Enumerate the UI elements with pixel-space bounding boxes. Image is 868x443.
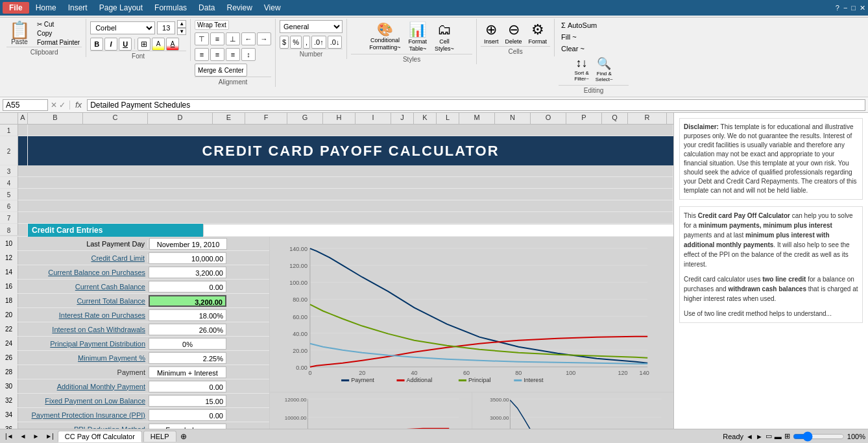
normal-view-btn[interactable]: ▭ xyxy=(766,432,772,440)
col-header-o[interactable]: O xyxy=(531,113,566,124)
cell-styles-button[interactable]: 🗂 CellStyles~ xyxy=(432,20,457,54)
col-header-f[interactable]: F xyxy=(245,113,287,124)
border-color-button[interactable]: ⊞ xyxy=(138,38,151,51)
font-color-button[interactable]: A xyxy=(166,38,179,51)
row-num-4[interactable]: 4 xyxy=(0,177,18,189)
label-cash-balance[interactable]: Current Cash Balance xyxy=(28,283,148,291)
row-num-14[interactable]: 14 xyxy=(0,265,18,279)
row-num-10[interactable]: 10 xyxy=(0,237,18,250)
font-name-select[interactable]: Corbel xyxy=(90,21,155,34)
copy-button[interactable]: Copy xyxy=(35,29,82,38)
format-painter-button[interactable]: Format Painter xyxy=(35,38,82,47)
col-header-b[interactable]: B xyxy=(28,113,83,124)
insert-menu[interactable]: Insert xyxy=(63,2,93,14)
layout-view-btn[interactable]: ▬ xyxy=(775,433,782,440)
value-total-balance[interactable]: 3,200.00 xyxy=(149,295,226,307)
col-header-c[interactable]: C xyxy=(83,113,148,124)
col-header-h[interactable]: H xyxy=(323,113,356,124)
row-num-24[interactable]: 24 xyxy=(0,337,18,350)
page-layout-menu[interactable]: Page Layout xyxy=(94,2,148,14)
percent-button[interactable]: % xyxy=(290,36,302,49)
col-header-j[interactable]: J xyxy=(391,113,414,124)
tab-nav-first[interactable]: |◄ xyxy=(3,433,16,440)
value-balance-purchases[interactable]: 3,200.00 xyxy=(149,267,226,278)
formulas-menu[interactable]: Formulas xyxy=(149,2,192,14)
currency-button[interactable]: $ xyxy=(280,36,289,49)
col-header-m[interactable]: M xyxy=(459,113,495,124)
font-size-decrease[interactable]: ▼ xyxy=(177,28,186,36)
format-button[interactable]: ⚙ Format xyxy=(526,20,550,46)
row-num-28[interactable]: 28 xyxy=(0,365,18,379)
label-ppi[interactable]: Payment Protection Insurance (PPI) xyxy=(28,411,148,419)
page-break-btn[interactable]: ⊞ xyxy=(784,432,790,440)
value-ppi-method[interactable]: From balance xyxy=(149,424,226,429)
wrap-text-button[interactable]: Wrap Text xyxy=(195,20,229,30)
value-additional-payment[interactable]: 0.00 xyxy=(149,381,226,392)
file-menu[interactable]: File xyxy=(3,2,29,14)
help-icon[interactable]: ? xyxy=(836,4,839,12)
value-min-payment[interactable]: 2.25% xyxy=(149,352,226,364)
formula-cancel-btn[interactable]: ✕ xyxy=(51,101,57,110)
cell-a1[interactable] xyxy=(18,125,28,136)
fill-color-button[interactable]: A xyxy=(152,38,165,51)
col-header-q[interactable]: Q xyxy=(602,113,628,124)
row-num-20[interactable]: 20 xyxy=(0,308,18,322)
font-size-input[interactable] xyxy=(157,21,175,34)
row-num-2[interactable]: 2 xyxy=(0,136,18,165)
row-num-18[interactable]: 18 xyxy=(0,294,18,307)
delete-button[interactable]: ⊖ Delete xyxy=(503,20,525,46)
review-menu[interactable]: Review xyxy=(221,2,257,14)
indent-decrease-button[interactable]: ← xyxy=(241,32,256,45)
bold-button[interactable]: B xyxy=(90,38,103,51)
col-header-p[interactable]: P xyxy=(566,113,602,124)
label-fixed-payment[interactable]: Fixed Payment on Low Balance xyxy=(28,397,148,405)
sheet-tab-help[interactable]: HELP xyxy=(143,431,176,442)
decimal-decrease-button[interactable]: .0↓ xyxy=(328,36,343,49)
label-cash-interest[interactable]: Interest on Cash Withdrawals xyxy=(28,326,148,333)
row-num-7[interactable]: 7 xyxy=(0,212,18,224)
col-header-i[interactable]: I xyxy=(356,113,391,124)
underline-button[interactable]: U xyxy=(119,38,132,51)
value-interest-purchases[interactable]: 18.00% xyxy=(149,309,226,321)
col-header-s[interactable]: S xyxy=(667,113,673,124)
label-additional-payment[interactable]: Additional Monthly Payment xyxy=(28,383,148,390)
value-last-payment[interactable]: November 19, 2010 xyxy=(149,238,227,250)
value-payment[interactable]: Minimum + Interest xyxy=(149,366,226,378)
close-btn[interactable]: ✕ xyxy=(860,4,865,12)
italic-button[interactable]: I xyxy=(104,38,117,51)
align-bottom-button[interactable]: ⊥ xyxy=(226,32,240,45)
restore-btn[interactable]: □ xyxy=(851,4,856,12)
formula-input[interactable] xyxy=(87,99,865,111)
col-header-n[interactable]: N xyxy=(495,113,531,124)
find-select-button[interactable]: 🔍 Find &Select~ xyxy=(593,55,616,84)
col-header-a[interactable]: A xyxy=(18,113,28,124)
align-top-button[interactable]: ⊤ xyxy=(195,32,209,45)
minimize-btn[interactable]: − xyxy=(843,4,847,12)
sheet-tab-calculator[interactable]: CC Pay Off Calculator xyxy=(58,431,142,442)
text-direction-button[interactable]: ↕ xyxy=(241,48,256,61)
row-num-36[interactable]: 36 xyxy=(0,422,18,429)
cell-row4[interactable] xyxy=(18,177,673,188)
col-header-e[interactable]: E xyxy=(213,113,245,124)
cell-merged-1[interactable] xyxy=(28,125,673,136)
value-cash-interest[interactable]: 26.00% xyxy=(149,324,226,335)
col-header-d[interactable]: D xyxy=(148,113,213,124)
data-menu[interactable]: Data xyxy=(193,2,220,14)
tab-nav-prev[interactable]: ◄ xyxy=(18,433,29,440)
cell-row3[interactable] xyxy=(18,165,673,176)
row-num-12[interactable]: 12 xyxy=(0,251,18,265)
add-sheet-button[interactable]: ⊕ xyxy=(180,432,187,441)
tab-nav-next[interactable]: ► xyxy=(30,433,42,440)
row-num-6[interactable]: 6 xyxy=(0,200,18,212)
row-num-8[interactable]: 8 xyxy=(0,224,18,235)
row-num-34[interactable]: 34 xyxy=(0,408,18,422)
conditional-formatting-button[interactable]: 🎨 ConditionalFormatting~ xyxy=(367,20,403,53)
sort-filter-button[interactable]: ↕↓ Sort &Filter~ xyxy=(572,55,591,84)
cell-a2[interactable] xyxy=(18,136,28,165)
col-header-k[interactable]: K xyxy=(414,113,437,124)
align-left-button[interactable]: ≡ xyxy=(195,48,209,61)
row-num-16[interactable]: 16 xyxy=(0,280,18,293)
label-total-balance[interactable]: Current Total Balance xyxy=(28,297,148,305)
scroll-right-btn[interactable]: ► xyxy=(756,433,763,440)
tab-nav-last[interactable]: ►| xyxy=(43,433,56,440)
